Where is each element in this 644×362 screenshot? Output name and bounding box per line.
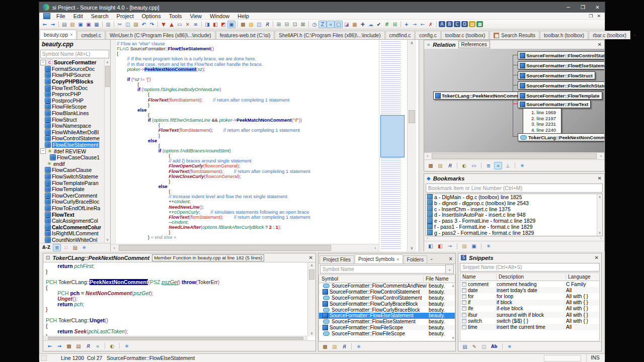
tab-folders[interactable]: Folders — [404, 255, 427, 263]
project-window-icon[interactable]: ▨ — [331, 343, 339, 350]
snippet-row[interactable]: forfor loopAll with { } — [460, 293, 599, 299]
refresh-view-icon[interactable]: ▭ — [470, 162, 478, 169]
close-icon[interactable]: ✕ — [309, 255, 313, 260]
selection-down-icon[interactable]: ◩ — [219, 21, 227, 28]
tree-item-flowtexttodoc[interactable]: FlowTextToDoc — [39, 84, 110, 91]
project-window-icon[interactable]: ▨ — [247, 21, 255, 28]
style-c-icon[interactable]: C — [454, 21, 460, 27]
scroll-right-icon[interactable]: › — [372, 246, 379, 250]
tree-vertical-scrollbar[interactable]: ∧∨ — [104, 59, 110, 243]
tree-item-sourceformatter[interactable]: −CSourceFormatter — [39, 59, 110, 66]
tree-item-isrightmlcomment[interactable]: IsRightMLComment — [39, 230, 110, 237]
tab-overflow-chevron-icon[interactable]: ⌄ — [633, 32, 637, 37]
bookmark-item[interactable]: f - pass1 - FormatLine - format.c line 1… — [426, 224, 602, 230]
grid-view-icon[interactable]: ⊞ — [391, 21, 399, 28]
relation-node[interactable]: SourceFormatter::FlowControlStatement — [518, 51, 604, 59]
relation-node-source[interactable]: TokerCLang::PeekNextNonComment — [433, 92, 528, 100]
tree-item-formatsourcedoc[interactable]: FormatSourceDoc — [39, 66, 110, 72]
bookmark-item[interactable]: b - dlgnoti - dlgprop.c (toolbox) line 2… — [426, 200, 602, 206]
insert-snippet-icon[interactable]: Ab — [490, 343, 499, 350]
lock-icon[interactable]: ◐ — [460, 162, 468, 169]
list-view-icon[interactable]: ≣ — [53, 244, 61, 251]
symbol-row[interactable]: SourceFormatter::FlowControlStatementbea… — [319, 295, 455, 301]
snippet-row[interactable]: ifeif-else blockAll with { } — [460, 306, 599, 312]
relation-node[interactable]: SourceFormatter::FlowTemplate — [518, 92, 602, 100]
lookup-references-icon[interactable]: ▩ — [65, 342, 73, 350]
bookmarks-horizontal-scrollbar[interactable]: ‹› — [426, 236, 603, 241]
team-settings-icon[interactable]: ◪ — [343, 21, 351, 28]
bookmark-item[interactable]: d - InsertIsInAutoPair - insert.c line 9… — [426, 212, 602, 218]
cascade-windows-icon[interactable]: ⊠ — [299, 21, 307, 28]
tab-project-files[interactable]: Project Files — [319, 255, 354, 263]
tab-winuser.h[interactable]: WinUser.h (C:\Program Files (x86)\...\in… — [106, 31, 215, 39]
sort-alphabetic-icon[interactable]: A-Z — [41, 244, 52, 251]
expand-block-icon[interactable]: ◨ — [203, 21, 211, 28]
goto-definition-icon[interactable]: ▼ — [159, 21, 168, 28]
forward-icon[interactable]: → — [55, 342, 63, 350]
tab-cmdsel.c[interactable]: cmdsel.c — [77, 31, 105, 39]
new-file-icon[interactable]: ▤ — [60, 21, 68, 28]
symbol-column-header[interactable]: Symbol — [319, 276, 424, 282]
tab-features-web.txt[interactable]: features-web.txt (C:\si) — [216, 31, 275, 39]
lookup-references-icon[interactable]: ▩ — [239, 21, 247, 28]
tab-shellapi.h[interactable]: ShellAPI.h (C:\Program Files (x86)\...\i… — [275, 31, 384, 39]
symbols-column-headers[interactable]: Symbol File Name — [318, 275, 455, 283]
mdi-close-icon[interactable]: ✕ — [597, 14, 601, 19]
relation-node[interactable]: SourceFormatter::FlowText — [518, 100, 591, 108]
book-view-icon[interactable]: ▤ — [71, 244, 79, 251]
style-formats-icon[interactable]: ▦ — [476, 21, 483, 27]
close-icon[interactable]: ✕ — [598, 175, 602, 181]
name-column-header[interactable]: Name — [460, 274, 497, 280]
graph-view-icon[interactable]: ∝ — [494, 162, 502, 169]
relation-reference-lines[interactable]: 1. line 19692. line 21973. line 22314. l… — [523, 108, 561, 134]
reference-line[interactable]: 3. line 2231 — [531, 121, 556, 127]
back-icon[interactable]: ← — [41, 21, 49, 28]
tree-item-flowphpsource[interactable]: FlowPHPSource — [39, 72, 110, 78]
style-d-icon[interactable]: D — [461, 21, 468, 27]
open-file-icon[interactable]: ▧ — [68, 21, 76, 28]
edit-snippet-icon[interactable]: ✎ — [470, 343, 478, 350]
symbol-row[interactable]: SourceFormatter::FlowFileScopebeauty. — [319, 330, 455, 336]
scroll-down-icon[interactable]: ∨ — [452, 336, 454, 340]
editor-vertical-scrollbar[interactable]: ∧ ∨ — [407, 40, 416, 251]
tree-item-flowtext[interactable]: FlowText — [39, 211, 110, 218]
reference-line[interactable]: 4. line 2240 — [531, 127, 556, 133]
new-snippet-icon[interactable]: ▤ — [461, 343, 469, 350]
snippet-search-input[interactable] — [460, 263, 600, 272]
symbol-row[interactable]: SourceFormatter::FlowElseStatementbeauty… — [319, 313, 455, 319]
cloud-sync-icon[interactable]: ☁ — [367, 21, 375, 28]
tree-item-countnonwhiteonl[interactable]: CountNonWhiteOnl — [39, 237, 110, 243]
script-r-icon[interactable]: R — [263, 21, 271, 28]
menu-options[interactable]: Options — [138, 13, 165, 19]
bookmark-item[interactable]: e - pass 3 - FormatLine - format.c line … — [426, 218, 602, 224]
scroll-up-icon[interactable]: ∧ — [452, 284, 454, 288]
reference-list-icon[interactable]: ▭ — [176, 21, 184, 28]
indent-left-icon[interactable]: ← — [419, 21, 427, 28]
code-editor[interactable]: // Flow an "else" clauseFLAG SourceForma… — [111, 40, 379, 251]
menu-view[interactable]: View — [186, 13, 206, 19]
tree-item-flowtemplate[interactable]: FlowTemplate — [39, 186, 110, 193]
line-numbers-icon[interactable]: # — [383, 21, 391, 28]
open-bookmarks-icon[interactable]: ▨ — [460, 242, 468, 250]
snippets-column-headers[interactable]: Name Description Language — [460, 273, 600, 281]
scroll-down-icon[interactable]: ∨ — [408, 246, 416, 250]
delete-line-icon[interactable]: ✗ — [427, 21, 435, 28]
symbol-row[interactable]: SourceFormatter::FlowElseStatementbeauty… — [319, 319, 455, 325]
scroll-right-icon[interactable]: › — [598, 154, 604, 158]
settings-icon[interactable]: ✳ — [123, 342, 131, 350]
tree-item-preprocphp[interactable]: PreprocPHP — [39, 91, 110, 98]
tree-item-flowcurlybracebloc[interactable]: FlowCurlyBraceBloc — [39, 199, 110, 205]
group-by-type-icon[interactable]: ∷ — [62, 244, 70, 251]
context-code-view[interactable]: return pchFirst;} PCH TokerCLang::PeekNe… — [43, 262, 315, 340]
settings-icon[interactable]: ✳ — [506, 343, 514, 350]
relation-node[interactable]: SourceFormatter::FlowElseStatement — [518, 61, 604, 69]
forward-icon[interactable]: → — [49, 21, 57, 28]
snippet-row[interactable]: timeinsert the current timeAll — [460, 324, 599, 330]
menu-tools[interactable]: Tools — [165, 13, 186, 19]
close-icon[interactable]: ✕ — [595, 255, 599, 260]
org-chart-view-icon[interactable]: ⊥ — [504, 162, 512, 169]
tab-beauty.cpp[interactable]: beauty.cpp× — [40, 30, 76, 39]
tree-item-flowwhileafterdobl[interactable]: FlowWhileAfterDoBl — [39, 129, 110, 136]
split-window-icon[interactable]: ⊡ — [291, 21, 299, 28]
scroll-left-icon[interactable]: ‹ — [424, 154, 431, 158]
